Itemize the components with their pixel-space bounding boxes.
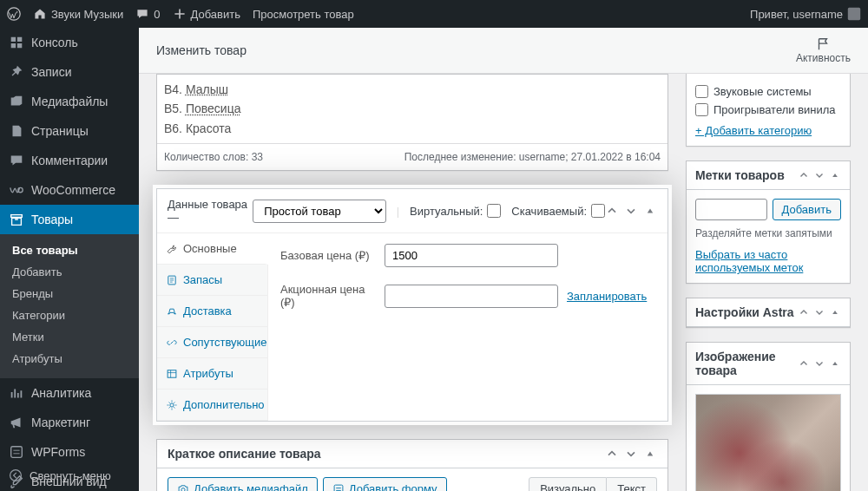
mega-icon [9, 415, 24, 430]
sidebar-item-3[interactable]: Страницы [0, 116, 139, 146]
tab-text[interactable]: Текст [607, 477, 657, 491]
chevron-down-icon[interactable] [624, 447, 638, 461]
tag-input[interactable] [695, 199, 767, 220]
greeting[interactable]: Привет, username [750, 7, 861, 21]
chevron-up-icon[interactable] [798, 306, 810, 318]
site-name: Звуки Музыки [51, 8, 123, 21]
schedule-link[interactable]: Запланировать [567, 290, 647, 303]
sidebar-label: Аналитика [31, 386, 91, 400]
track: B4. Малыш [164, 80, 661, 99]
caret-up-icon[interactable] [643, 447, 657, 461]
pd-tab-icon [166, 368, 178, 380]
pin-icon [9, 64, 24, 80]
sidebar-item-5[interactable]: WooCommerce [0, 175, 139, 205]
submenu-item[interactable]: Все товары [0, 239, 139, 261]
activity-label: Активность [796, 52, 851, 64]
sale-price-input[interactable] [385, 285, 558, 308]
cat-checkbox[interactable] [695, 103, 708, 116]
view-product[interactable]: Просмотреть товар [253, 8, 354, 21]
pd-tab-0[interactable]: Основные [157, 233, 268, 265]
pd-tab-icon [166, 399, 178, 411]
sidebar-item-7[interactable]: Аналитика [0, 378, 139, 408]
sidebar-item-1[interactable]: Записи [0, 57, 139, 87]
base-price-input[interactable] [385, 244, 558, 267]
wp-logo[interactable] [7, 7, 21, 21]
chevron-down-icon[interactable] [813, 357, 825, 370]
track: B6. Красота [164, 119, 661, 138]
collapse-label: Свернуть меню [30, 469, 111, 482]
pd-tab-icon [166, 274, 178, 286]
chevron-down-icon[interactable] [813, 169, 825, 181]
submenu-item[interactable]: Атрибуты [0, 348, 139, 370]
activity-panel[interactable]: Активность [796, 36, 851, 64]
chevron-up-icon[interactable] [605, 447, 619, 461]
product-type-select[interactable]: Простой товар [253, 200, 386, 223]
page-header: Изменить товар Активность [139, 28, 868, 74]
sidebar-label: Записи [31, 65, 71, 79]
avatar-icon [847, 7, 861, 21]
caret-up-icon[interactable] [643, 204, 657, 218]
word-count: Количество слов: 33 [164, 151, 263, 163]
pd-tab-icon [166, 305, 178, 318]
sidebar-item-6[interactable]: Товары [0, 205, 139, 234]
frequent-tags-link[interactable]: Выбрать из часто используемых меток [695, 248, 803, 274]
cat-checkbox[interactable] [695, 85, 708, 98]
add-media-button[interactable]: Добавить медиафайл [168, 477, 318, 491]
form-icon [332, 483, 345, 491]
camera-icon [177, 483, 189, 491]
add-category-link[interactable]: + Добавить категорию [695, 124, 812, 137]
chevron-up-icon[interactable] [798, 357, 810, 370]
virtual-checkbox[interactable] [487, 204, 501, 218]
product-data-panel: Данные товара — Простой товар | Виртуаль… [156, 188, 668, 422]
chevron-up-icon[interactable] [605, 204, 619, 218]
submenu-item[interactable]: Метки [0, 326, 139, 348]
product-data-tabs: ОсновныеЗапасыДоставкаСопутствующиеАтриб… [157, 233, 268, 421]
track: B5. Повесица [164, 99, 661, 118]
woo-icon [9, 182, 24, 198]
downloadable-checkbox[interactable] [591, 204, 605, 218]
pd-tab-4[interactable]: Атрибуты [157, 358, 267, 390]
product-image-thumb[interactable]: ВендеттаЗЕМФИРА [695, 394, 841, 491]
flag-icon [815, 36, 831, 52]
short-desc-title: Краткое описание товара [168, 447, 321, 461]
sidebar-label: WooCommerce [31, 183, 115, 197]
submenu-item[interactable]: Бренды [0, 283, 139, 304]
pd-tab-1[interactable]: Запасы [157, 265, 267, 296]
chevron-down-icon[interactable] [624, 204, 638, 218]
collapse-menu[interactable]: Свернуть меню [0, 460, 139, 491]
submenu-item[interactable]: Категории [0, 304, 139, 326]
pd-tab-2[interactable]: Доставка [157, 296, 267, 327]
comments-link[interactable]: 0 [135, 7, 160, 21]
add-form-button[interactable]: Добавить форму [323, 477, 447, 491]
sidebar-label: Медиафайлы [31, 95, 108, 108]
comments-count: 0 [154, 8, 160, 21]
chevron-up-icon[interactable] [798, 169, 810, 181]
sidebar-item-2[interactable]: Медиафайлы [0, 87, 139, 116]
plus-icon [173, 7, 187, 21]
caret-up-icon[interactable] [829, 169, 841, 181]
svg-rect-2 [11, 447, 23, 458]
add-new[interactable]: Добавить [173, 7, 240, 21]
chevron-down-icon[interactable] [813, 306, 825, 318]
site-link[interactable]: Звуки Музыки [33, 7, 123, 21]
caret-up-icon[interactable] [829, 306, 841, 318]
tab-visual[interactable]: Визуально [529, 477, 607, 491]
product-data-content: Базовая цена (₽) Акционная цена (₽) Запл… [268, 233, 667, 421]
add-label: Добавить [191, 8, 240, 21]
product-data-header: Данные товара — Простой товар | Виртуаль… [157, 189, 667, 233]
sidebar-label: Страницы [31, 124, 89, 138]
pd-tab-icon [166, 243, 178, 255]
main-content: Изменить товар Активность B4. Малыш B5. … [139, 28, 868, 491]
pd-tab-5[interactable]: Дополнительно [157, 390, 267, 421]
tags-title: Метки товаров [695, 168, 785, 182]
sidebar-item-8[interactable]: Маркетинг [0, 408, 139, 437]
caret-up-icon[interactable] [829, 357, 841, 370]
sidebar-submenu: Все товарыДобавитьБрендыКатегорииМеткиАт… [0, 234, 139, 378]
submenu-item[interactable]: Добавить [0, 261, 139, 283]
sidebar-item-0[interactable]: Консоль [0, 28, 139, 57]
sidebar-item-4[interactable]: Комментарии [0, 146, 139, 175]
pd-tab-3[interactable]: Сопутствующие [157, 327, 267, 358]
add-tag-button[interactable]: Добавить [773, 199, 841, 220]
wordpress-icon [7, 7, 21, 21]
svg-rect-9 [168, 370, 176, 376]
